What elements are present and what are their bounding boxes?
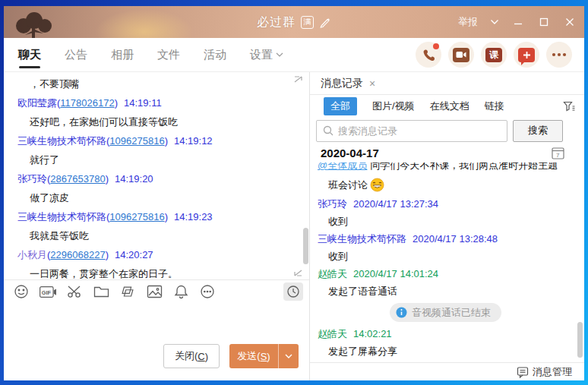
video-call-button[interactable] <box>448 42 474 68</box>
record-sender-name: 三峡生物技术苟怀路 <box>318 233 406 245</box>
sender-name: 欧阳莹露 <box>17 97 57 109</box>
report-button[interactable]: 举报 <box>458 15 478 29</box>
paren: ) <box>106 249 109 260</box>
tab-action-buttons: 课 <box>416 42 584 68</box>
tab-files[interactable]: 文件 <box>156 40 181 70</box>
paren: ) <box>165 211 168 222</box>
minimize-button[interactable] <box>511 15 525 29</box>
filter-funnel-icon[interactable] <box>563 101 575 112</box>
sender-uin-link[interactable]: 2296068227 <box>50 249 105 260</box>
grinning-face-emoji <box>370 178 384 192</box>
message-history-clock-icon[interactable] <box>283 282 303 301</box>
record-time: 2020/4/17 13:28:48 <box>413 233 498 245</box>
titlebar-controls: 举报 <box>458 6 577 38</box>
record-header: 张巧玲2020/4/17 13:27:34 <box>318 195 574 213</box>
send-label-pre: 发送( <box>237 349 260 363</box>
send-image-icon[interactable] <box>146 283 163 300</box>
record-header: 赵皓天14:02:21 <box>318 325 574 342</box>
record-header: 三峡生物技术苟怀路2020/4/17 13:28:48 <box>318 230 574 248</box>
edit-title-icon[interactable] <box>319 16 331 28</box>
record-header: 赵皓天2020/4/17 14:01:24 <box>318 265 574 282</box>
maximize-button[interactable] <box>537 15 551 29</box>
sender-name: 三峡生物技术苟怀路 <box>17 211 106 222</box>
send-options-caret[interactable] <box>278 344 299 368</box>
record-message: 发起了语音通话 <box>318 282 574 300</box>
screen-share-icon[interactable] <box>119 283 136 300</box>
tab-bar: 聊天 公告 相册 文件 活动 设置 课 <box>4 38 584 72</box>
calendar-icon[interactable]: 7 <box>552 147 564 159</box>
message-bubble-icon <box>517 366 529 378</box>
record-text: 同学们今天不补课，我们两点准时开始主题 <box>370 163 558 171</box>
chevron-down-icon[interactable] <box>490 19 499 25</box>
chat-message-list: ，不要顶嘴 欧阳莹露(1178026172)14:19:11 还好吧，在家她们可… <box>4 72 309 279</box>
message-time: 14:19:23 <box>174 211 213 222</box>
collapse-history-up-arrow[interactable] <box>293 75 303 84</box>
group-full-badge: 满 <box>301 16 314 29</box>
tab-settings[interactable]: 设置 <box>249 40 284 70</box>
record-message: 发起了屏幕分享 <box>318 342 574 360</box>
tab-album[interactable]: 相册 <box>110 40 134 70</box>
paren: ) <box>165 135 168 147</box>
paren: ) <box>115 97 118 109</box>
message-manage-label: 消息管理 <box>533 365 572 379</box>
chat-message: 就行了 <box>17 150 291 169</box>
close-chat-button[interactable]: 关闭(C) <box>163 344 220 368</box>
sender-uin-link[interactable]: 1096275816 <box>109 135 164 147</box>
record-tab-title[interactable]: 消息记录 <box>321 77 363 90</box>
mention-all-link[interactable]: @全体成员 <box>318 163 367 171</box>
search-input[interactable] <box>338 125 501 137</box>
close-label-pre: 关闭( <box>175 349 198 363</box>
filter-images-videos[interactable]: 图片/视频 <box>372 99 415 113</box>
collapse-history-down-arrow[interactable] <box>293 269 303 277</box>
search-button[interactable]: 搜索 <box>513 120 563 142</box>
main-content: ，不要顶嘴 欧阳莹露(1178026172)14:19:11 还好吧，在家她们可… <box>4 72 584 380</box>
message-manage-button[interactable]: 消息管理 <box>310 362 584 380</box>
file-folder-icon[interactable] <box>93 283 109 300</box>
chat-toolbar: GIF <box>4 279 309 303</box>
record-sender-name: 赵皓天 <box>318 268 347 279</box>
filter-links[interactable]: 链接 <box>485 99 504 113</box>
more-tools-icon[interactable] <box>199 283 216 300</box>
sender-uin-link[interactable]: 1096275816 <box>109 211 164 222</box>
tab-settings-label: 设置 <box>250 48 273 62</box>
notification-bell-icon[interactable] <box>172 283 189 300</box>
class-button[interactable]: 课 <box>481 42 507 68</box>
notification-dot <box>433 43 439 49</box>
window-frame: 必过群 满 举报 聊天 公告 相册 文件 活动 设置 <box>0 0 588 385</box>
close-record-tab-icon[interactable]: × <box>369 77 375 90</box>
close-label-post: ) <box>205 351 208 362</box>
emoji-icon[interactable] <box>13 283 30 300</box>
close-window-button[interactable] <box>563 15 577 29</box>
add-service-button[interactable] <box>514 42 539 68</box>
message-time: 14:19:12 <box>174 135 213 147</box>
tab-activity[interactable]: 活动 <box>203 40 227 70</box>
chat-message-header: 小秋月(2296068227)14:20:27 <box>17 245 291 264</box>
call-ended-pill: 音视频通话已结束 <box>390 303 501 322</box>
chat-action-buttons: 关闭(C) 发送(S) <box>4 342 309 380</box>
screenshot-scissors-icon[interactable] <box>66 283 83 300</box>
voice-call-button[interactable] <box>416 42 441 68</box>
send-button[interactable]: 发送(S) <box>229 344 278 368</box>
message-input-area[interactable] <box>4 303 309 342</box>
close-label-key: C <box>198 351 204 362</box>
more-actions-button[interactable] <box>546 42 572 68</box>
record-scrollbar[interactable] <box>577 322 583 358</box>
chat-message: 一日两餐，贯穿整个在家的日子。 <box>17 264 291 279</box>
record-time: 2020/4/17 13:27:34 <box>353 198 438 210</box>
record-date: 2020-04-17 <box>321 147 379 159</box>
filter-online-docs[interactable]: 在线文档 <box>430 99 469 113</box>
sender-uin-link[interactable]: 1178026172 <box>60 97 114 109</box>
record-list: @全体成员同学们今天不补课，我们两点准时开始主题 班会讨论 张巧玲2020/4/… <box>310 163 584 362</box>
sender-uin-link[interactable]: 2867653780 <box>50 173 105 185</box>
titlebar: 必过群 满 举报 <box>4 6 584 38</box>
phone-icon <box>422 48 436 62</box>
call-ended-row: 音视频通话已结束 <box>318 300 574 325</box>
chevron-down-icon <box>285 354 292 359</box>
filter-all[interactable]: 全部 <box>324 97 357 115</box>
tab-chat[interactable]: 聊天 <box>17 40 42 70</box>
chat-message: 我就是等饭吃 <box>17 226 291 245</box>
tab-announcement[interactable]: 公告 <box>64 40 88 70</box>
record-time: 2020/4/17 14:01:24 <box>353 268 438 279</box>
gif-hot-image-icon[interactable]: GIF <box>40 283 56 300</box>
chat-scrollbar[interactable] <box>303 228 308 264</box>
